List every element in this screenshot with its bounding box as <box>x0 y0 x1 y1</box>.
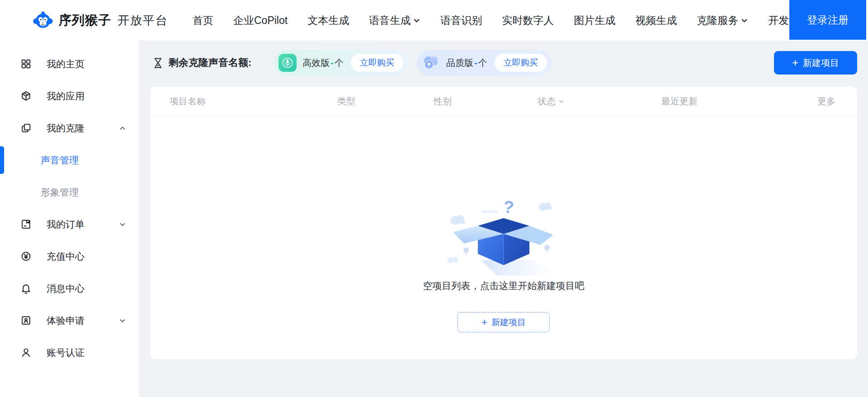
buy-now-button-quality[interactable]: 立即购买 <box>495 54 547 72</box>
sidebar-subitem-voice-management[interactable]: 声音管理 <box>0 144 139 176</box>
nav-item-copilot[interactable]: 企业CoPilot <box>233 14 288 28</box>
dashboard-grid-icon <box>20 58 32 70</box>
package-box-icon <box>20 90 32 102</box>
nav-item-text-gen[interactable]: 文本生成 <box>307 14 349 28</box>
login-register-button[interactable]: 登录注册 <box>789 0 866 40</box>
sidebar-item-trial-application[interactable]: 体验申请 <box>0 304 139 336</box>
sidebar-item-my-clone[interactable]: 我的克隆 <box>0 112 139 144</box>
nav-item-image-gen[interactable]: 图片生成 <box>574 14 615 28</box>
nav-item-voice-gen[interactable]: 语音生成 <box>369 14 420 28</box>
quota-label: 剩余克隆声音名额: <box>153 56 251 70</box>
project-list-card: 项目名称 类型 性别 状态 最近更新 更多 <box>150 87 857 360</box>
chevron-down-icon <box>413 17 420 24</box>
column-header-project-name: 项目名称 <box>170 95 337 107</box>
sidebar: 我的主页 我的应用 我的克隆 <box>0 41 139 397</box>
brand-logo[interactable]: 序列猴子 开放平台 <box>33 0 168 41</box>
chevron-down-icon <box>558 98 564 104</box>
nav-item-digital-human[interactable]: 实时数字人 <box>502 14 554 28</box>
hourglass-icon <box>153 57 163 69</box>
cloud-upload-icon <box>421 53 441 72</box>
chevron-up-icon[interactable] <box>119 125 126 132</box>
app-window: 序列猴子 开放平台 首页 企业CoPilot 文本生成 语音生成 语音识别 实时… <box>0 0 868 397</box>
nav-item-clone-service[interactable]: 克隆服务 <box>697 14 748 28</box>
user-icon <box>20 347 32 358</box>
nav-item-home[interactable]: 首页 <box>193 14 213 28</box>
plus-icon: + <box>792 57 798 68</box>
sidebar-item-my-orders[interactable]: 我的订单 <box>0 208 139 240</box>
sidebar-item-my-home[interactable]: 我的主页 <box>0 48 139 80</box>
column-header-gender: 性别 <box>434 95 538 107</box>
microphone-icon <box>278 53 297 72</box>
chevron-down-icon[interactable] <box>119 221 126 228</box>
sidebar-item-recharge-center[interactable]: 充值中心 <box>0 240 139 272</box>
quota-count: - <box>474 58 477 68</box>
column-header-status[interactable]: 状态 <box>538 95 661 107</box>
sidebar-subitem-avatar-management[interactable]: 形象管理 <box>0 176 139 208</box>
main-content: 剩余克隆声音名额: 高效版 - 个 立即 <box>139 41 868 397</box>
quota-chip-quality: 品质版 - 个 立即购买 <box>417 50 552 76</box>
chevron-down-icon[interactable] <box>119 317 126 324</box>
empty-box-illustration: ? <box>438 192 569 276</box>
clone-copy-icon <box>20 122 32 134</box>
quota-chip-efficient: 高效版 - 个 立即购买 <box>274 50 408 76</box>
active-indicator-bar <box>0 146 4 174</box>
empty-new-project-button[interactable]: + 新建项目 <box>458 312 550 332</box>
empty-state: ? <box>150 117 857 332</box>
brand-suffix: 开放平台 <box>118 13 168 28</box>
brand-name: 序列猴子 <box>59 12 111 29</box>
sidebar-item-message-center[interactable]: 消息中心 <box>0 272 139 304</box>
svg-text:?: ? <box>502 197 515 217</box>
quota-count: - <box>330 58 334 68</box>
bell-icon <box>20 283 32 294</box>
top-header: 序列猴子 开放平台 首页 企业CoPilot 文本生成 语音生成 语音识别 实时… <box>0 0 868 41</box>
top-nav: 首页 企业CoPilot 文本生成 语音生成 语音识别 实时数字人 图片生成 视… <box>193 0 810 41</box>
sidebar-item-account-verification[interactable]: 账号认证 <box>0 336 139 369</box>
id-badge-icon <box>20 315 32 326</box>
column-header-updated: 最近更新 <box>661 95 817 107</box>
plus-icon: + <box>481 318 487 327</box>
nav-item-asr[interactable]: 语音识别 <box>440 14 482 28</box>
nav-item-video-gen[interactable]: 视频生成 <box>635 14 677 28</box>
table-header-row: 项目名称 类型 性别 状态 最近更新 更多 <box>150 87 857 117</box>
buy-now-button-efficient[interactable]: 立即购买 <box>351 54 403 72</box>
sidebar-item-my-apps[interactable]: 我的应用 <box>0 80 139 112</box>
monkey-logo-icon <box>33 10 53 31</box>
new-project-button[interactable]: + 新建项目 <box>774 51 857 75</box>
empty-state-message: 空项目列表，点击这里开始新建项目吧 <box>423 280 585 292</box>
order-book-icon <box>20 219 32 230</box>
yen-coin-icon <box>20 251 32 262</box>
chevron-down-icon <box>741 17 748 24</box>
quota-banner: 剩余克隆声音名额: 高效版 - 个 立即 <box>150 49 857 77</box>
column-header-more: 更多 <box>817 95 835 107</box>
column-header-type: 类型 <box>337 95 434 107</box>
